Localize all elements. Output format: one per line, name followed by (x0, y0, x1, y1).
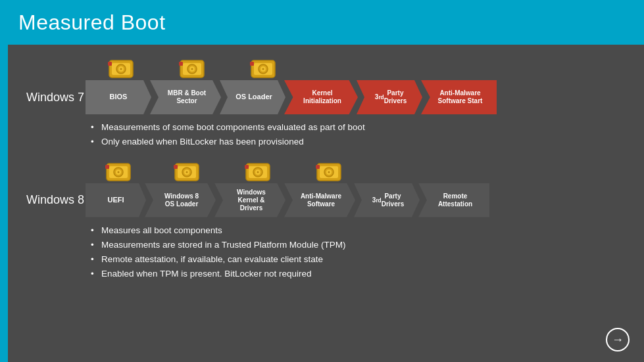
svg-point-34 (257, 171, 259, 173)
windows8-bullets: Measures all boot components Measurement… (86, 224, 628, 281)
svg-rect-41 (316, 165, 320, 169)
bios-icon-slot (86, 55, 157, 80)
svg-rect-29 (174, 165, 178, 169)
osloader-tape-icon (249, 55, 278, 80)
windows7-bullets: Measurements of some boot components eva… (86, 121, 628, 149)
3rd-party-drivers-chevron: 3rd PartyDrivers (357, 80, 422, 114)
win8-osloader-chevron: Windows 8OS Loader (145, 183, 216, 217)
windows8-section: Windows 8 UEFI Windows 8OS Loader Window… (26, 158, 628, 281)
left-accent-strip (0, 45, 8, 362)
svg-point-28 (186, 171, 188, 173)
win8-osloader-icon-slot (151, 158, 222, 183)
windows8-bullet-3: Remote attestation, if available, can ev… (88, 253, 628, 266)
win8-remote-attestation-chevron: RemoteAttestation (418, 183, 489, 217)
nav-next-icon: → (612, 333, 624, 347)
windows8-bullet-4: Enabled when TPM is present. BitLocker n… (88, 267, 628, 281)
svg-rect-17 (250, 62, 254, 66)
win8-3rdparty-chevron: 3rd PartyDrivers (354, 183, 420, 217)
mbr-chevron: MBR & BootSector (150, 80, 221, 114)
win8-osloader-tape-icon (172, 158, 201, 183)
win8-kernel-icon-slot (222, 158, 293, 183)
mbr-icon-slot (157, 55, 228, 80)
bios-tape-icon (107, 55, 136, 80)
uefi-icon-slot (86, 158, 151, 183)
windows8-chevron-row: Windows 8 UEFI Windows 8OS Loader Window… (26, 183, 628, 217)
osloader-icon-slot (228, 55, 299, 80)
main-content: Windows 7 BIOS MBR & BootSector OS Loade… (8, 45, 644, 294)
windows8-bullet-2: Measurements are stored in a Trusted Pla… (88, 238, 628, 252)
anti-malware-chevron: Anti-MalwareSoftware Start (421, 80, 497, 114)
windows7-label: Windows 7 (26, 91, 86, 104)
osloader-chevron: OS Loader (220, 80, 285, 114)
windows8-bullet-1: Measures all boot components (88, 224, 628, 237)
svg-rect-23 (105, 165, 109, 169)
windows8-label: Windows 8 (26, 193, 86, 207)
win8-kernel-chevron: WindowsKernel &Drivers (214, 183, 285, 217)
kernel-init-chevron: KernelInitialization (284, 80, 358, 114)
uefi-tape-icon (104, 158, 133, 183)
win8-antimalware-icon-slot (293, 158, 364, 183)
bios-chevron: BIOS (86, 80, 151, 114)
svg-rect-11 (179, 62, 183, 66)
svg-point-4 (120, 68, 122, 70)
svg-point-16 (262, 68, 264, 70)
nav-next-button[interactable]: → (606, 328, 630, 351)
svg-point-10 (191, 68, 193, 70)
windows7-bullet-1: Measurements of some boot components eva… (88, 121, 628, 134)
windows8-arrow-chain: UEFI Windows 8OS Loader WindowsKernel &D… (86, 183, 628, 217)
svg-rect-5 (108, 62, 112, 66)
page-title: Measured Boot (18, 11, 166, 35)
windows7-section: Windows 7 BIOS MBR & BootSector OS Loade… (26, 55, 628, 149)
title-bar: Measured Boot (0, 0, 644, 45)
windows7-bullet-2: Only enabled when BitLocker has been pro… (88, 135, 628, 148)
win8-antimalware-tape-icon (314, 158, 343, 183)
uefi-chevron: UEFI (86, 183, 146, 217)
windows7-chevron-row: Windows 7 BIOS MBR & BootSector OS Loade… (26, 80, 628, 114)
svg-point-40 (328, 171, 330, 173)
windows7-arrow-chain: BIOS MBR & BootSector OS Loader KernelIn… (86, 80, 628, 114)
win8-antimalware-chevron: Anti-MalwareSoftware (284, 183, 355, 217)
svg-point-22 (118, 171, 120, 173)
mbr-tape-icon (178, 55, 207, 80)
win8-kernel-tape-icon (243, 158, 272, 183)
svg-rect-35 (245, 165, 249, 169)
